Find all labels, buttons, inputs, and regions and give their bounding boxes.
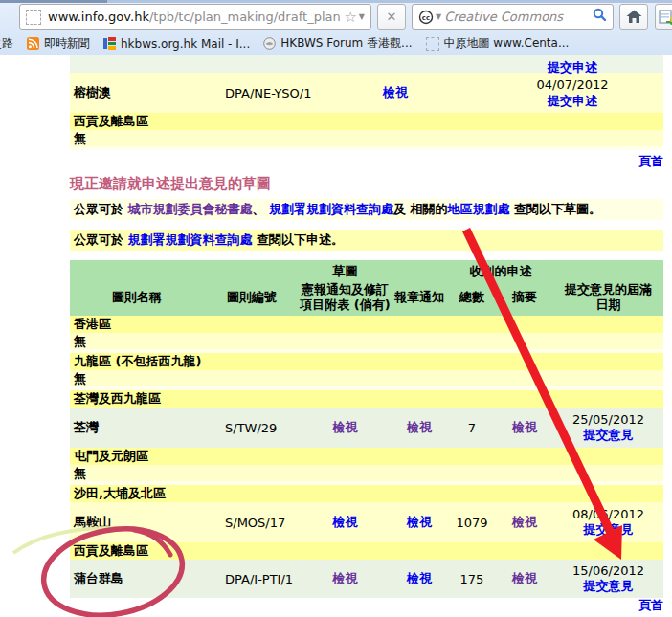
submit-comment-link[interactable]: 提交意見 (584, 579, 634, 593)
district-section-row: 香港區 (70, 316, 663, 333)
group-header-received: 收到的申述 (448, 263, 553, 280)
bookmark-item-hkbws-forum[interactable]: HKBWS Forum 香港觀... (263, 35, 412, 52)
session-restore-button[interactable] (655, 4, 672, 30)
plan-number: S/MOS/17 (204, 516, 300, 530)
table-row: 馬鞍山 S/MOS/17 檢視 檢視 1079 檢視 08/06/2012提交意… (70, 502, 663, 542)
tab-strip (0, 0, 672, 3)
bookmark-item-partial[interactable]: 之路 (0, 35, 13, 52)
bookmark-item-centamap[interactable]: 中原地圖 www.Centa... (426, 35, 570, 52)
stop-button[interactable]: ✕ (377, 4, 406, 30)
search-engine-label[interactable]: Creative Commons (444, 10, 591, 24)
view-digest-link[interactable]: 檢視 (512, 515, 537, 529)
plan-name: 荃灣 (70, 419, 204, 436)
rss-icon (27, 37, 39, 50)
plan-number: S/TW/29 (204, 421, 300, 435)
district-section-row: 西貢及離島區 (70, 542, 663, 560)
planning-enquiry-link[interactable]: 規劃署規劃資料查詢處 (128, 232, 253, 247)
paragraph-text: 公眾可於 (74, 232, 128, 247)
submit-representation-link[interactable]: 提交申述 (548, 60, 597, 75)
page-top-link[interactable]: 頁首 (638, 154, 663, 168)
active-tab-edge (0, 0, 107, 3)
home-button[interactable] (619, 4, 648, 30)
submit-comment-link[interactable]: 提交意見 (584, 522, 634, 537)
stop-x-icon: ✕ (387, 10, 397, 24)
bookmark-label: 中原地圖 www.Centa... (444, 35, 570, 52)
bookmark-label: hkbws.org.hk Mail - I... (121, 37, 250, 51)
url-domain: www.info.gov.hk (48, 10, 149, 24)
total-count: 7 (448, 421, 496, 435)
view-press-link[interactable]: 檢視 (407, 515, 432, 529)
empty-row: 無 (70, 130, 663, 146)
empty-row: 無 (70, 370, 663, 386)
browser-toolbar: www.info.gov.hk/tpb/tc/plan_making/draft… (0, 0, 672, 56)
bookmark-star-icon[interactable]: ☆ (344, 9, 356, 26)
plan-name: 蒲台群島 (70, 570, 204, 587)
placeholder-icon (426, 37, 439, 51)
table-row: 蒲台群島 DPA/I-PTI/1 檢視 檢視 175 檢視 15/06/2012… (70, 560, 663, 598)
view-digest-link[interactable]: 檢視 (512, 420, 537, 434)
view-press-link[interactable]: 檢視 (407, 420, 432, 434)
expiry-date: 08/06/2012 (572, 507, 644, 521)
expiry-date: 15/06/2012 (572, 563, 644, 578)
google-icon (103, 37, 116, 50)
address-bar[interactable]: www.info.gov.hk/tpb/tc/plan_making/draft… (19, 4, 371, 30)
plan-name: 榕樹澳 (70, 84, 204, 101)
home-icon (626, 10, 642, 24)
district-section-row: 西貢及離島區 (70, 113, 663, 130)
table-group-header: 草圖 收到的申述 (70, 260, 663, 279)
paragraph-text: 查閱以下申述。 (253, 232, 345, 247)
bookmark-item-hkbws-mail[interactable]: hkbws.org.hk Mail - I... (103, 37, 250, 51)
expiry-date: 04/07/2012 (537, 77, 609, 92)
intro-paragraph: 公眾可於 城市規劃委員會秘書處、 規劃署規劃資料查詢處及 相關的地區規劃處 查閱… (70, 199, 663, 220)
col-header-press: 報章通知 (391, 290, 448, 305)
plan-number: DPA/I-PTI/1 (204, 572, 300, 586)
col-header-gazette: 憲報通知及修訂項目附表 (倘有) (300, 282, 391, 313)
table-row: 荃灣 S/TW/29 檢視 檢視 7 檢視 25/05/2012提交意見 (70, 408, 663, 448)
search-box[interactable]: cc ▼ Creative Commons (412, 4, 614, 30)
col-header-plan-name: 圖則名稱 (70, 290, 204, 305)
bookmark-label: 即時新聞 (44, 35, 90, 52)
view-gazette-link[interactable]: 檢視 (333, 571, 358, 585)
section-heading: 現正邀請就申述提出意見的草圖 (70, 174, 663, 193)
tpb-secretariat-link[interactable]: 城市規劃委員會秘書處 (128, 202, 253, 216)
bookmark-item-news[interactable]: 即時新聞 (27, 35, 90, 52)
col-header-total: 總數 (448, 290, 496, 305)
view-digest-link[interactable]: 檢視 (512, 571, 537, 585)
expiry-date: 25/05/2012 (572, 412, 644, 427)
table-row: 榕樹澳 DPA/NE-YSO/1 檢視 04/07/2012 提交申述 (70, 73, 663, 113)
bookmark-label: HKBWS Forum 香港觀... (280, 35, 412, 52)
district-planning-office-link[interactable]: 地區規劃處 (448, 202, 510, 216)
paragraph-text: 公眾可於 (74, 202, 128, 216)
page-top-link[interactable]: 頁首 (638, 598, 663, 612)
page-content: 提交申述 榕樹澳 DPA/NE-YSO/1 檢視 04/07/2012 提交申述… (0, 55, 672, 617)
intro-paragraph: 公眾可於 規劃署規劃資料查詢處 查閱以下申述。 (70, 230, 663, 251)
paragraph-text: 、 (253, 202, 270, 216)
bookmark-label: 之路 (0, 35, 13, 52)
district-section-row: 九龍區 (不包括西九龍) (70, 353, 663, 370)
view-gazette-link[interactable]: 檢視 (333, 515, 358, 529)
table-row: 提交申述 (70, 55, 663, 73)
col-header-digest: 摘要 (496, 290, 553, 305)
district-section-row: 荃灣及西九龍區 (70, 390, 663, 408)
svg-text:cc: cc (422, 13, 430, 21)
submit-representation-link[interactable]: 提交申述 (548, 94, 597, 108)
view-link[interactable]: 檢視 (383, 85, 408, 99)
view-gazette-link[interactable]: 檢視 (333, 420, 358, 434)
search-engine-dropdown-icon[interactable]: ▼ (436, 12, 441, 21)
creative-commons-icon[interactable]: cc (418, 10, 434, 25)
district-section-row: 沙田,大埔及北區 (70, 485, 663, 502)
view-press-link[interactable]: 檢視 (407, 571, 432, 585)
url-path: /tpb/tc/plan_making/draft_plan.html (149, 10, 340, 24)
page-green-arrow-icon (659, 10, 672, 25)
group-header-draft: 草圖 (300, 263, 391, 280)
paragraph-text: 及 相關的 (393, 202, 448, 216)
url-dropdown-icon[interactable]: ▼ (359, 12, 365, 21)
plan-number: DPA/NE-YSO/1 (204, 86, 338, 100)
search-magnifier-icon[interactable] (593, 8, 607, 22)
submit-comment-link[interactable]: 提交意見 (584, 428, 634, 442)
planning-enquiry-link[interactable]: 規劃署規劃資料查詢處 (269, 202, 393, 216)
url-text[interactable]: www.info.gov.hk/tpb/tc/plan_making/draft… (48, 10, 340, 24)
favicon-placeholder-icon (26, 10, 41, 25)
col-header-expiry: 提交意見的屆滿日期 (553, 282, 663, 313)
total-count: 1079 (448, 516, 496, 530)
